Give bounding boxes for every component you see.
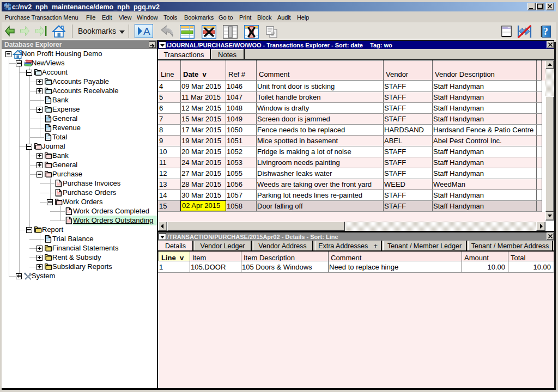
svg-text:?: ?	[543, 26, 548, 37]
svg-text:A: A	[143, 26, 150, 36]
